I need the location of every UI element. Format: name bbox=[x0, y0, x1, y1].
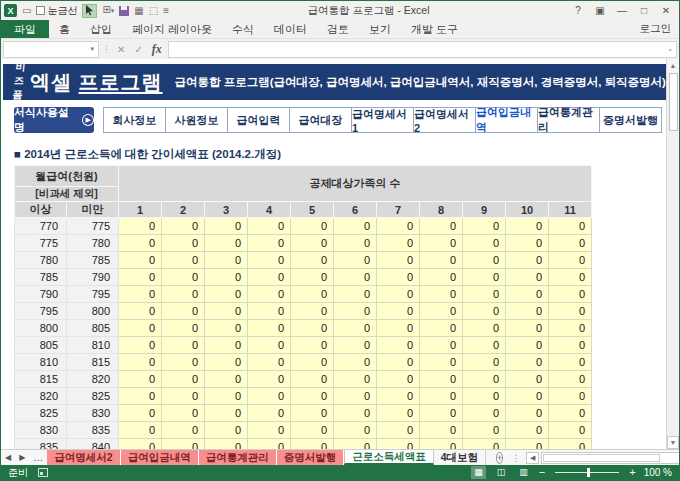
cell-tax-value[interactable]: 0 bbox=[420, 405, 463, 422]
cell-tax-value[interactable]: 0 bbox=[119, 320, 162, 337]
cell-tax-value[interactable]: 0 bbox=[291, 422, 334, 439]
nav-button[interactable]: 회사정보 bbox=[103, 107, 166, 133]
new-sheet-icon[interactable]: + bbox=[496, 452, 503, 464]
cell-tax-value[interactable]: 0 bbox=[205, 405, 248, 422]
cell-tax-value[interactable]: 0 bbox=[162, 320, 205, 337]
cell-tax-value[interactable]: 0 bbox=[119, 269, 162, 286]
minimize-button[interactable]: — bbox=[612, 3, 632, 18]
cell-tax-value[interactable]: 0 bbox=[463, 303, 506, 320]
cell-tax-value[interactable]: 0 bbox=[463, 269, 506, 286]
vertical-scroll-thumb[interactable] bbox=[669, 73, 678, 131]
nav-button[interactable]: 급여명세서1 bbox=[351, 107, 414, 133]
cell-tax-value[interactable]: 0 bbox=[205, 388, 248, 405]
family-count-column-header[interactable]: 3 bbox=[205, 202, 248, 218]
nav-button[interactable]: 급여대장 bbox=[289, 107, 352, 133]
confirm-entry-icon[interactable]: ✓ bbox=[131, 44, 145, 55]
cell-tax-value[interactable]: 0 bbox=[549, 371, 592, 388]
cell-tax-value[interactable]: 0 bbox=[291, 337, 334, 354]
cell-tax-value[interactable]: 0 bbox=[549, 269, 592, 286]
cell-tax-value[interactable]: 0 bbox=[205, 422, 248, 439]
cell-tax-value[interactable]: 0 bbox=[506, 320, 549, 337]
cell-tax-value[interactable]: 0 bbox=[334, 320, 377, 337]
ribbon-tab[interactable]: 검토 bbox=[317, 20, 359, 38]
cell-tax-value[interactable]: 0 bbox=[549, 303, 592, 320]
ribbon-tab[interactable]: 홈 bbox=[49, 20, 80, 38]
cell-tax-value[interactable]: 0 bbox=[377, 269, 420, 286]
cell-tax-value[interactable]: 0 bbox=[119, 235, 162, 252]
cell-tax-value[interactable]: 0 bbox=[162, 422, 205, 439]
help-button[interactable]: ? bbox=[568, 3, 588, 18]
cell-salary-from[interactable]: 835 bbox=[15, 439, 67, 450]
cell-tax-value[interactable]: 0 bbox=[248, 388, 291, 405]
cell-tax-value[interactable]: 0 bbox=[377, 354, 420, 371]
select-cursor-button[interactable] bbox=[82, 4, 97, 18]
cell-tax-value[interactable]: 0 bbox=[291, 303, 334, 320]
cell-salary-to[interactable]: 775 bbox=[67, 218, 119, 235]
cell-tax-value[interactable]: 0 bbox=[205, 439, 248, 450]
cell-tax-value[interactable]: 0 bbox=[377, 252, 420, 269]
family-count-column-header[interactable]: 2 bbox=[162, 202, 205, 218]
borders-icon[interactable]: ⊞▾ bbox=[102, 4, 114, 17]
sign-in-link[interactable]: 로그인 bbox=[632, 20, 680, 38]
cell-salary-to[interactable]: 805 bbox=[67, 320, 119, 337]
cell-tax-value[interactable]: 0 bbox=[334, 218, 377, 235]
cell-tax-value[interactable]: 0 bbox=[162, 405, 205, 422]
save-icon[interactable] bbox=[119, 6, 129, 16]
cell-tax-value[interactable]: 0 bbox=[334, 269, 377, 286]
horizontal-scroll-track[interactable] bbox=[541, 452, 680, 464]
cell-tax-value[interactable]: 0 bbox=[334, 286, 377, 303]
range-icon[interactable]: ⬚ bbox=[149, 5, 158, 17]
col-header-from[interactable]: 이상 bbox=[15, 202, 67, 218]
cell-tax-value[interactable]: 0 bbox=[506, 286, 549, 303]
cell-tax-value[interactable]: 0 bbox=[463, 354, 506, 371]
cell-tax-value[interactable]: 0 bbox=[377, 439, 420, 450]
close-button[interactable]: ✕ bbox=[656, 3, 676, 18]
name-box-dropdown-icon[interactable]: ▾ bbox=[86, 45, 98, 53]
cell-tax-value[interactable]: 0 bbox=[248, 235, 291, 252]
cell-tax-value[interactable]: 0 bbox=[248, 320, 291, 337]
cell-tax-value[interactable]: 0 bbox=[377, 218, 420, 235]
cell-salary-from[interactable]: 770 bbox=[15, 218, 67, 235]
normal-view-icon[interactable]: ▦ bbox=[471, 466, 486, 479]
excel-logo-icon[interactable]: X bbox=[4, 4, 17, 17]
cell-tax-value[interactable]: 0 bbox=[248, 405, 291, 422]
family-count-column-header[interactable]: 5 bbox=[291, 202, 334, 218]
cell-salary-to[interactable]: 830 bbox=[67, 405, 119, 422]
cell-tax-value[interactable]: 0 bbox=[205, 320, 248, 337]
cell-tax-value[interactable]: 0 bbox=[334, 422, 377, 439]
sheet-tab-4insurance[interactable]: 4대보험 bbox=[434, 450, 486, 465]
cell-tax-value[interactable]: 0 bbox=[248, 439, 291, 450]
zoom-level-label[interactable]: 100 % bbox=[644, 467, 672, 478]
cell-tax-value[interactable]: 0 bbox=[162, 218, 205, 235]
cell-tax-value[interactable]: 0 bbox=[205, 371, 248, 388]
family-count-column-header[interactable]: 4 bbox=[248, 202, 291, 218]
cell-salary-from[interactable]: 800 bbox=[15, 320, 67, 337]
cell-tax-value[interactable]: 0 bbox=[119, 303, 162, 320]
ribbon-tab[interactable]: 데이터 bbox=[264, 20, 317, 38]
cell-tax-value[interactable]: 0 bbox=[549, 337, 592, 354]
cell-tax-value[interactable]: 0 bbox=[506, 422, 549, 439]
cell-tax-value[interactable]: 0 bbox=[377, 286, 420, 303]
cell-tax-value[interactable]: 0 bbox=[334, 235, 377, 252]
zoom-slider-thumb[interactable] bbox=[587, 468, 590, 477]
cell-tax-value[interactable]: 0 bbox=[291, 371, 334, 388]
cell-tax-value[interactable]: 0 bbox=[248, 218, 291, 235]
cell-tax-value[interactable]: 0 bbox=[549, 286, 592, 303]
cell-tax-value[interactable]: 0 bbox=[119, 388, 162, 405]
cell-tax-value[interactable]: 0 bbox=[420, 218, 463, 235]
cell-tax-value[interactable]: 0 bbox=[463, 422, 506, 439]
cell-salary-from[interactable]: 820 bbox=[15, 388, 67, 405]
salary-group-header[interactable]: 월급여(천원) bbox=[15, 166, 119, 187]
cell-tax-value[interactable]: 0 bbox=[549, 252, 592, 269]
cell-tax-value[interactable]: 0 bbox=[463, 439, 506, 450]
cell-tax-value[interactable]: 0 bbox=[119, 422, 162, 439]
ribbon-tab[interactable]: 보기 bbox=[359, 20, 401, 38]
cell-tax-value[interactable]: 0 bbox=[162, 303, 205, 320]
sheet-tab[interactable]: 급여입금내역 bbox=[121, 450, 199, 465]
macro-record-icon[interactable] bbox=[38, 468, 48, 477]
cell-tax-value[interactable]: 0 bbox=[549, 320, 592, 337]
tab-scroll-left-icon[interactable]: ◀ bbox=[1, 450, 15, 465]
cell-tax-value[interactable]: 0 bbox=[420, 252, 463, 269]
table-icon[interactable]: ▦ bbox=[134, 5, 143, 17]
cell-tax-value[interactable]: 0 bbox=[291, 218, 334, 235]
